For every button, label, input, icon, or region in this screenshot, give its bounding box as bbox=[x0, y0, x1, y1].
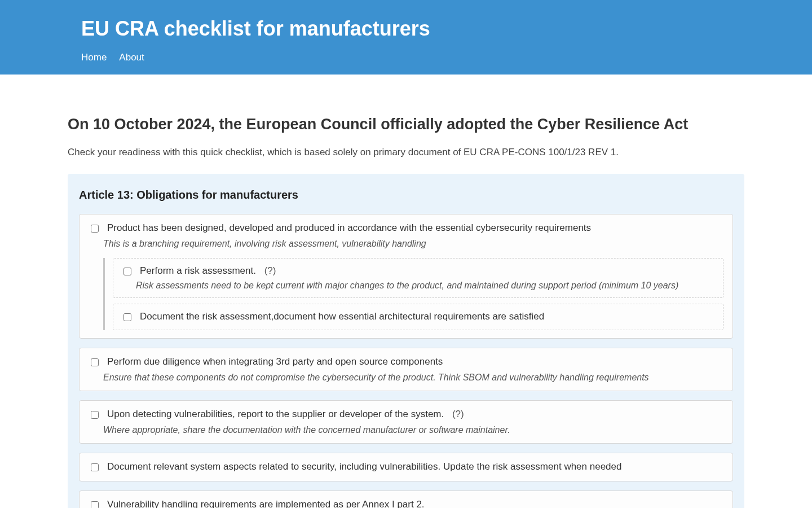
help-icon[interactable]: (?) bbox=[452, 409, 464, 419]
checklist-item: Vulnerability handling requirements are … bbox=[79, 491, 733, 508]
page-subtext: Check your readiness with this quick che… bbox=[68, 147, 744, 158]
checklist-checkbox[interactable] bbox=[91, 501, 99, 508]
checklist-sublist: Perform a risk assessment. (?) Risk asse… bbox=[103, 258, 723, 330]
checklist-subitem: Perform a risk assessment. (?) Risk asse… bbox=[113, 258, 723, 298]
checklist-item: Perform due diligence when integrating 3… bbox=[79, 348, 733, 391]
checklist-item: Document relevant system aspects related… bbox=[79, 453, 733, 481]
main-nav: Home About bbox=[81, 52, 731, 63]
checklist-item-label: Document relevant system aspects related… bbox=[107, 461, 621, 472]
checklist-subitem: Document the risk assessment,document ho… bbox=[113, 304, 723, 330]
nav-home[interactable]: Home bbox=[81, 52, 107, 63]
checklist-item-label: Perform due diligence when integrating 3… bbox=[107, 356, 443, 367]
checklist-item-label: Product has been designed, developed and… bbox=[107, 222, 591, 234]
checklist-item-note: This is a branching requirement, involvi… bbox=[103, 239, 723, 249]
checklist-item: Upon detecting vulnerabilities, report t… bbox=[79, 400, 733, 444]
checklist-item: Product has been designed, developed and… bbox=[79, 214, 733, 339]
main-content: On 10 October 2024, the European Council… bbox=[68, 93, 744, 508]
site-title: EU CRA checklist for manufacturers bbox=[81, 17, 731, 41]
checklist-item-note: Where appropriate, share the documentati… bbox=[103, 425, 723, 435]
checklist-item-label: Vulnerability handling requirements are … bbox=[107, 499, 425, 508]
article-block: Article 13: Obligations for manufacturer… bbox=[68, 174, 744, 508]
checklist-subitem-label: Perform a risk assessment. bbox=[140, 265, 256, 276]
site-header: EU CRA checklist for manufacturers Home … bbox=[0, 0, 812, 75]
page-heading: On 10 October 2024, the European Council… bbox=[68, 115, 744, 134]
checklist-subitem-label: Document the risk assessment,document ho… bbox=[140, 311, 544, 322]
checklist-checkbox[interactable] bbox=[91, 463, 99, 471]
checklist-checkbox[interactable] bbox=[123, 268, 131, 275]
checklist-item-label: Upon detecting vulnerabilities, report t… bbox=[107, 409, 444, 419]
article-title: Article 13: Obligations for manufacturer… bbox=[79, 189, 733, 202]
checklist-checkbox[interactable] bbox=[91, 358, 99, 366]
checklist-checkbox[interactable] bbox=[123, 313, 131, 321]
checklist-checkbox[interactable] bbox=[91, 225, 99, 233]
checklist-subitem-note: Risk assessments need to be kept current… bbox=[136, 281, 715, 291]
checklist-item-note: Ensure that these components do not comp… bbox=[103, 373, 723, 383]
nav-about[interactable]: About bbox=[119, 52, 144, 63]
checklist-checkbox[interactable] bbox=[91, 411, 99, 419]
help-icon[interactable]: (?) bbox=[264, 265, 276, 276]
